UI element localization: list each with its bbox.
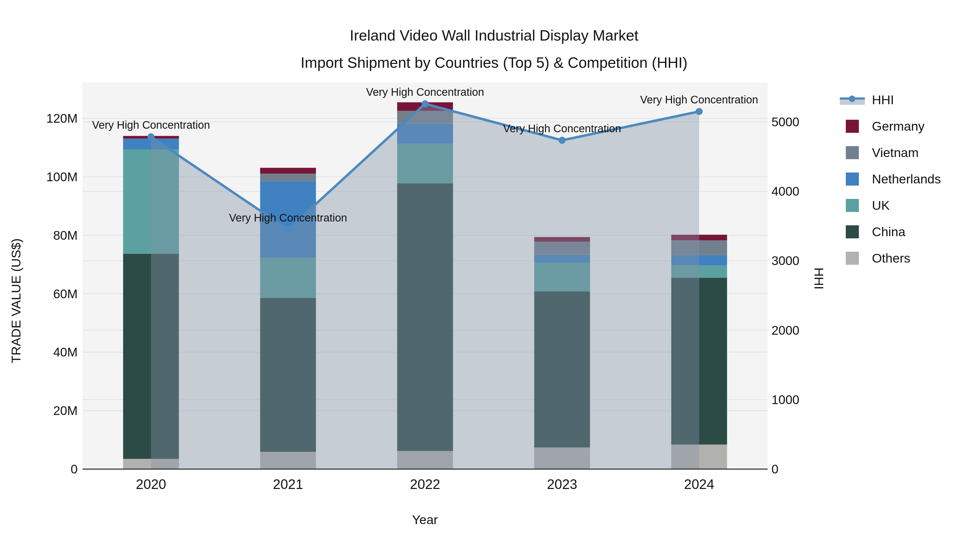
annotation-2021: Very High Concentration: [229, 212, 347, 224]
x-tick-label: 2024: [684, 477, 714, 492]
y-right-tick-label: 0: [772, 462, 778, 476]
germany-color-swatch-icon: [846, 120, 859, 133]
y-right-tick-label: 3000: [772, 254, 799, 268]
hhi-marker-2021: [285, 226, 291, 233]
china-color-swatch-icon: [846, 225, 859, 238]
annotation-2023: Very High Concentration: [503, 122, 621, 134]
y-right-tick-label: 5000: [772, 115, 799, 129]
legend-item-hhi: HHI: [840, 87, 941, 113]
annotation-2020: Very High Concentration: [92, 119, 210, 131]
chart-legend: HHI Germany Vietnam Netherlands UK China…: [840, 87, 941, 271]
legend-label: HHI: [872, 92, 894, 107]
y-axis-right-label: HHI: [811, 251, 826, 306]
legend-label: Others: [872, 251, 910, 265]
legend-label: China: [872, 224, 905, 239]
y-right-tick-label: 4000: [772, 184, 799, 198]
y-left-tick-label: 120M: [46, 111, 78, 125]
y-left-tick-label: 40M: [53, 345, 78, 359]
annotation-2024: Very High Concentration: [640, 94, 759, 106]
y-left-tick-label: 100M: [46, 170, 78, 184]
y-left-tick-label: 60M: [53, 287, 78, 301]
legend-item-uk: UK: [840, 192, 941, 219]
legend-item-others: Others: [840, 245, 941, 271]
legend-item-china: China: [840, 219, 941, 245]
hhi-marker-2023: [558, 137, 566, 144]
vietnam-color-swatch-icon: [846, 146, 859, 159]
legend-label: UK: [872, 198, 889, 213]
annotation-2022: Very High Concentration: [366, 86, 484, 98]
hhi-marker-2022: [422, 100, 429, 108]
x-tick-label: 2020: [136, 477, 166, 492]
x-tick-label: 2022: [410, 477, 440, 492]
x-axis-label: Year: [357, 512, 493, 527]
y-right-tick-label: 1000: [772, 393, 799, 407]
y-right-tick-label: 2000: [772, 323, 799, 337]
y-left-tick-label: 0: [70, 462, 78, 476]
legend-item-netherlands: Netherlands: [840, 166, 941, 192]
y-axis-left-label: TRADE VALUE (US$): [8, 178, 24, 423]
hhi-marker-2024: [695, 108, 703, 115]
y-left-tick-label: 20M: [53, 403, 78, 418]
uk-color-swatch-icon: [846, 199, 859, 212]
hhi-marker-2020: [148, 133, 154, 140]
x-tick-label: 2021: [273, 477, 303, 492]
y-left-tick-label: 80M: [53, 228, 78, 243]
chart-figure: 020M40M60M80M100M120M0100020003000400050…: [0, 0, 980, 551]
netherlands-color-swatch-icon: [846, 173, 859, 186]
legend-item-germany: Germany: [840, 113, 941, 139]
legend-item-vietnam: Vietnam: [840, 139, 941, 166]
legend-label: Vietnam: [872, 145, 919, 160]
x-tick-label: 2023: [547, 477, 577, 492]
others-color-swatch-icon: [846, 252, 859, 265]
bar-segment-vietnam-2021: [260, 174, 316, 181]
chart-canvas: 020M40M60M80M100M120M0100020003000400050…: [0, 0, 980, 551]
legend-label: Netherlands: [872, 171, 941, 186]
hhi-line-swatch-icon: [840, 93, 865, 106]
bar-segment-germany-2021: [260, 168, 316, 174]
chart-title-line1: Ireland Video Wall Industrial Display Ma…: [0, 27, 980, 44]
chart-title-line2: Import Shipment by Countries (Top 5) & C…: [0, 54, 980, 71]
legend-label: Germany: [872, 119, 924, 133]
